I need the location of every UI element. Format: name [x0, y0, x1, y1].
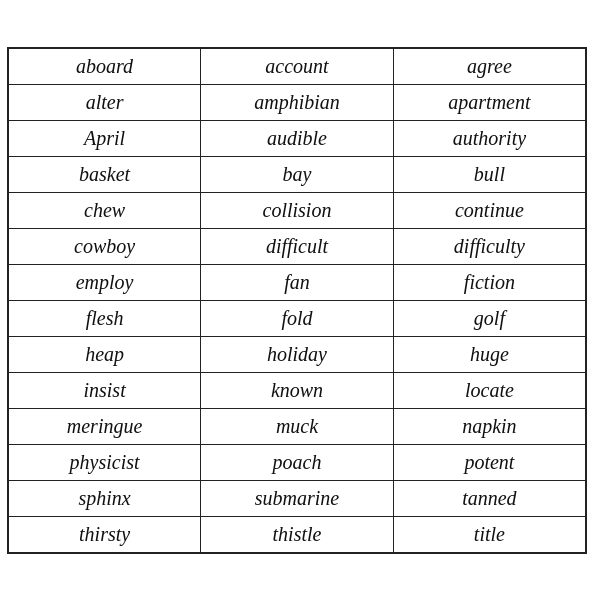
table-cell: amphibian	[201, 84, 394, 120]
table-cell: locate	[393, 372, 586, 408]
table-cell: napkin	[393, 408, 586, 444]
table-row: basketbaybull	[8, 156, 586, 192]
table-cell: April	[8, 120, 201, 156]
table-row: aboardaccountagree	[8, 48, 586, 85]
table-cell: holiday	[201, 336, 394, 372]
table-row: cowboydifficultdifficulty	[8, 228, 586, 264]
table-cell: golf	[393, 300, 586, 336]
table-cell: physicist	[8, 444, 201, 480]
table-cell: collision	[201, 192, 394, 228]
table-cell: aboard	[8, 48, 201, 85]
table-cell: poach	[201, 444, 394, 480]
table-cell: account	[201, 48, 394, 85]
table-cell: difficulty	[393, 228, 586, 264]
table-row: thirstythistletitle	[8, 516, 586, 553]
table-cell: potent	[393, 444, 586, 480]
table-row: heapholidayhuge	[8, 336, 586, 372]
table-cell: meringue	[8, 408, 201, 444]
table-cell: huge	[393, 336, 586, 372]
table-row: alteramphibianapartment	[8, 84, 586, 120]
table-cell: flesh	[8, 300, 201, 336]
table-cell: audible	[201, 120, 394, 156]
table-cell: apartment	[393, 84, 586, 120]
word-table: aboardaccountagreealteramphibianapartmen…	[7, 47, 587, 554]
table-cell: fold	[201, 300, 394, 336]
table-row: insistknownlocate	[8, 372, 586, 408]
table-cell: muck	[201, 408, 394, 444]
table-cell: chew	[8, 192, 201, 228]
table-cell: heap	[8, 336, 201, 372]
table-cell: cowboy	[8, 228, 201, 264]
table-cell: bay	[201, 156, 394, 192]
table-cell: thistle	[201, 516, 394, 553]
table-cell: bull	[393, 156, 586, 192]
table-cell: authority	[393, 120, 586, 156]
table-cell: tanned	[393, 480, 586, 516]
table-cell: continue	[393, 192, 586, 228]
table-cell: sphinx	[8, 480, 201, 516]
table-cell: fan	[201, 264, 394, 300]
table-cell: title	[393, 516, 586, 553]
table-cell: alter	[8, 84, 201, 120]
table-row: employfanfiction	[8, 264, 586, 300]
table-cell: thirsty	[8, 516, 201, 553]
table-row: physicistpoachpotent	[8, 444, 586, 480]
table-row: meringuemucknapkin	[8, 408, 586, 444]
table-cell: basket	[8, 156, 201, 192]
table-cell: employ	[8, 264, 201, 300]
table-row: sphinxsubmarinetanned	[8, 480, 586, 516]
table-row: Aprilaudibleauthority	[8, 120, 586, 156]
table-cell: fiction	[393, 264, 586, 300]
table-row: chewcollisioncontinue	[8, 192, 586, 228]
table-cell: difficult	[201, 228, 394, 264]
table-cell: submarine	[201, 480, 394, 516]
word-table-container: aboardaccountagreealteramphibianapartmen…	[7, 47, 587, 554]
table-row: fleshfoldgolf	[8, 300, 586, 336]
table-cell: known	[201, 372, 394, 408]
table-cell: insist	[8, 372, 201, 408]
table-cell: agree	[393, 48, 586, 85]
